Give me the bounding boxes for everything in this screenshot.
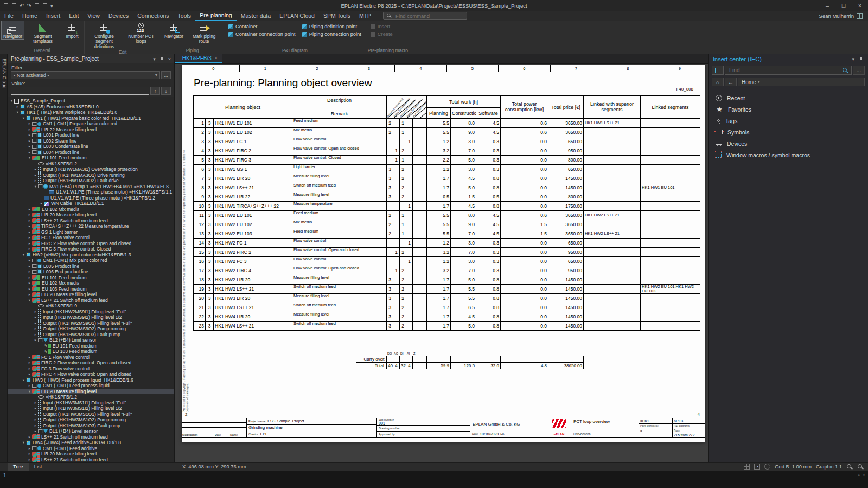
tree-item[interactable]: ▸LS++ 21 Switch off medium feed: [8, 457, 174, 463]
expand-arrow[interactable]: ▸: [27, 150, 32, 155]
tree-item[interactable]: ▸L006 End product line: [8, 269, 174, 275]
zoom-in-icon[interactable]: [846, 464, 853, 470]
expand-arrow[interactable]: ▾: [9, 99, 14, 103]
expand-arrow[interactable]: ▸: [27, 452, 32, 456]
tree-item[interactable]: ▸Output (HK1HW1MA3O2) Fault drive: [8, 178, 174, 184]
close-button[interactable]: ×: [852, 0, 868, 11]
tree-item[interactable]: ▸Input (HK1HW2MS9I1) Filling level "Full…: [8, 309, 174, 315]
insert-center-item-symbols[interactable]: Symbols: [709, 127, 868, 137]
planning-row[interactable]: 73HK1 HW1 LIR 20Measure filling level321…: [194, 174, 700, 183]
tree-item[interactable]: ▾MA1 (+B4) Pump 1 =HK1.HW1+B4-MA1 =HK1.H…: [8, 184, 174, 190]
tree-item[interactable]: =HK1&PFB/1.9: [8, 303, 174, 309]
breadcrumb[interactable]: Home ▸: [738, 78, 865, 86]
expand-arrow[interactable]: ▸: [27, 372, 32, 376]
tree-item[interactable]: ▸A5 (+A5) Enclosure=HK1&EDB/1.0: [8, 104, 174, 110]
ribbon-tab-devices[interactable]: Devices: [104, 11, 133, 21]
tree-item[interactable]: ▾LIR 20 Measure filling level: [8, 389, 174, 395]
redo-icon[interactable]: ↷: [27, 3, 31, 9]
expand-arrow[interactable]: ▸: [33, 310, 38, 314]
tree-item[interactable]: ▸FIRC 2 Flow valve control: Open and clo…: [8, 241, 174, 247]
tree-item[interactable]: U1;V1;W1;PE (Three-phase motor) =HK1&PFB…: [8, 195, 174, 201]
tree-item[interactable]: ▸Output (HK1HW2MS9O3) Fault pump: [8, 332, 174, 338]
expand-arrow[interactable]: ▸: [33, 167, 38, 171]
expand-arrow[interactable]: ▸: [27, 355, 32, 359]
expand-arrow[interactable]: ▸: [33, 173, 38, 177]
planning-row[interactable]: 93HK1 HW1 LIR 22Measure filling level320…: [194, 192, 700, 202]
tree-item[interactable]: ▸L002 Steam line: [8, 138, 174, 144]
tree-item[interactable]: ▸FIRC 2 Flow valve control: Open and clo…: [8, 360, 174, 366]
ribbon-tab-master-data[interactable]: Master data: [237, 11, 275, 21]
tree-item[interactable]: ▸CM1 (-CM1) Feed process liquid: [8, 383, 174, 389]
expand-arrow[interactable]: ▸: [27, 287, 32, 291]
eplan-cloud-rail[interactable]: EPLAN Cloud: [0, 54, 8, 462]
planning-row[interactable]: 13HK1 HW1 EU 101Feed medium215.58.04.50.…: [194, 119, 700, 128]
tree-item[interactable]: ▸Input (HK1HW3MS1I1) Filling level "Full…: [8, 400, 174, 406]
tree-item[interactable]: ▸L003 Condensate line: [8, 144, 174, 150]
insert-center-search-input[interactable]: [728, 67, 840, 74]
expand-arrow[interactable]: ▸: [33, 321, 38, 325]
segment-templates-button[interactable]: Segment templates: [25, 21, 61, 44]
expand-arrow[interactable]: ▸: [33, 326, 38, 331]
create-button[interactable]: Create: [368, 30, 395, 38]
customize-toolbar-icon[interactable]: ▾: [50, 3, 53, 9]
tree-item[interactable]: ▾HK1 (=HK1) Paint workpiece=HK1&EDB/1.0: [8, 110, 174, 115]
tree-item[interactable]: ▸BL2 (+B4) Limit sensor: [8, 337, 174, 343]
tree-item[interactable]: ▸Input (HK1HW1MA3I1) Overvoltage protect…: [8, 166, 174, 172]
undo-icon[interactable]: ↶: [20, 3, 24, 9]
piping-connection-point-button[interactable]: Piping connection point: [299, 30, 364, 38]
tree-item[interactable]: ▸LS++ 21 Switch off medium feed: [8, 434, 174, 440]
tree-item[interactable]: ↳EU 103 Feed medium: [8, 349, 174, 355]
expand-arrow[interactable]: ▸: [27, 144, 32, 149]
back-icon[interactable]: ←: [725, 78, 737, 86]
tree-item[interactable]: ▸CM1 (-CM1) Feed additive: [8, 446, 174, 452]
search-up-button[interactable]: ↑: [150, 87, 160, 95]
expand-arrow[interactable]: ▸: [33, 412, 38, 416]
panel-close-icon[interactable]: ×: [168, 56, 171, 62]
planning-row[interactable]: 163HK1 HW2 FC 3Flow valve control11.23.0…: [194, 257, 700, 266]
open-page-icon[interactable]: [12, 3, 16, 8]
expand-arrow[interactable]: ▾: [21, 116, 26, 120]
tree-item[interactable]: ▾HW4 (=HW4) Feed additive=HK1&EDB/1.8: [8, 440, 174, 446]
tab-close-icon[interactable]: ×: [215, 55, 218, 61]
maximize-button[interactable]: □: [835, 0, 852, 11]
expand-arrow[interactable]: ▸: [27, 230, 32, 234]
planning-row[interactable]: 143HK1 HW2 FC 1Flow valve control11.23.0…: [194, 239, 700, 248]
expand-arrow[interactable]: ▸: [27, 264, 32, 268]
expand-arrow[interactable]: ▸: [27, 435, 32, 439]
tree-item[interactable]: ▸Output (HK1HW3MS1O3) Fault pump: [8, 423, 174, 429]
navigator-tab-tree[interactable]: Tree: [8, 463, 29, 471]
planning-row[interactable]: 193HK1 HW2 LS++ 21Switch off medium feed…: [194, 285, 700, 294]
planning-row[interactable]: 223HK1 HW4 LIR 20Measure filling level32…: [194, 312, 700, 322]
zoom-out-icon[interactable]: [857, 464, 864, 470]
insert-button[interactable]: Insert: [368, 23, 395, 30]
tree-item[interactable]: ▸WN Cable=HK1&EDB/1.1: [8, 201, 174, 207]
ribbon-tab-edit[interactable]: Edit: [65, 11, 83, 21]
expand-arrow[interactable]: ▸: [27, 207, 32, 211]
tree-item[interactable]: ▸BL1 (+B4) Level sensor: [8, 428, 174, 434]
tree-item[interactable]: ▸Output (HK1HW3MS1O1) Filling level "Ful…: [8, 412, 174, 418]
ribbon-tab-home[interactable]: Home: [18, 11, 42, 21]
planning-row[interactable]: 63HK1 HW1 GS 1Light barrier321.23.00.30.…: [194, 165, 700, 174]
expand-arrow[interactable]: ▸: [27, 361, 32, 365]
expand-arrow[interactable]: ▾: [21, 253, 26, 257]
piping-navigator-button[interactable]: Navigator: [163, 21, 185, 39]
piping-definition-point-button[interactable]: Piping definition point: [299, 23, 364, 30]
expand-arrow[interactable]: ▸: [27, 458, 32, 462]
expand-arrow[interactable]: ▸: [27, 367, 32, 371]
filter-dropdown[interactable]: - Not activated - ▾: [11, 71, 160, 79]
expand-arrow[interactable]: ▸: [27, 121, 32, 126]
expand-arrow[interactable]: ▸: [33, 332, 38, 337]
expand-arrow[interactable]: ▾: [21, 440, 26, 445]
expand-arrow[interactable]: ▸: [27, 281, 32, 285]
expand-arrow[interactable]: ▾: [21, 378, 26, 382]
planning-row[interactable]: 213HK1 HW3 LS++ 21Switch off medium feed…: [194, 303, 700, 312]
pin-icon[interactable]: [159, 56, 164, 62]
panel-menu-icon[interactable]: ▾: [852, 56, 854, 62]
expand-arrow[interactable]: ▾: [27, 156, 32, 160]
expand-arrow[interactable]: ▸: [33, 338, 38, 342]
preplanning-navigator-button[interactable]: Navigator: [2, 21, 24, 39]
planning-row[interactable]: 233HK1 HW4 LS++ 21Switch off medium feed…: [194, 322, 700, 331]
expand-arrow[interactable]: ▸: [39, 201, 44, 206]
expand-arrow[interactable]: ▾: [15, 110, 20, 114]
ribbon-tab-connections[interactable]: Connections: [133, 11, 173, 21]
